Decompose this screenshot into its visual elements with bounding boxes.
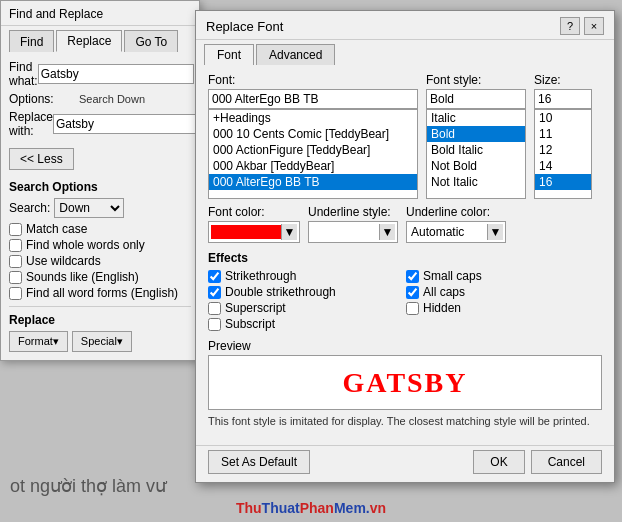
background-text: ot người thợ làm vư [10, 475, 166, 497]
find-what-input[interactable] [38, 64, 194, 84]
preview-box: GATSBY [208, 355, 602, 410]
double-strikethrough-checkbox[interactable] [208, 286, 221, 299]
search-row: Search: Down Up All [9, 198, 191, 218]
underline-color-label: Underline color: [406, 205, 506, 219]
replace-with-input[interactable] [53, 114, 209, 134]
cancel-button[interactable]: Cancel [531, 450, 602, 474]
list-item[interactable]: Not Bold [427, 158, 525, 174]
small-caps-checkbox[interactable] [406, 270, 419, 283]
size-label: Size: [534, 73, 592, 87]
find-what-label: Find what: [9, 60, 38, 88]
list-item[interactable]: 10 [535, 110, 591, 126]
search-select[interactable]: Down Up All [54, 198, 124, 218]
checkbox-whole-words: Find whole words only [9, 238, 191, 252]
replace-section: Replace Format▾ Special▾ [9, 306, 191, 352]
less-button[interactable]: << Less [9, 148, 74, 170]
effects-label: Effects [208, 251, 602, 265]
search-options-label: Search Options [9, 180, 191, 194]
sounds-like-checkbox[interactable] [9, 271, 22, 284]
list-item[interactable]: 000 ActionFigure [TeddyBear] [209, 142, 417, 158]
superscript-checkbox[interactable] [208, 302, 221, 315]
all-word-forms-label: Find all word forms (English) [26, 286, 178, 300]
wildcards-checkbox[interactable] [9, 255, 22, 268]
tab-advanced[interactable]: Advanced [256, 44, 335, 65]
checkbox-sounds-like: Sounds like (English) [9, 270, 191, 284]
match-case-label: Match case [26, 222, 87, 236]
underline-color-arrow[interactable]: ▼ [487, 224, 503, 240]
font-size-col: Size: 10 11 12 14 16 [534, 73, 592, 199]
font-name-input[interactable] [208, 89, 418, 109]
effect-double-strikethrough: Double strikethrough [208, 285, 404, 299]
list-item-selected[interactable]: Bold [427, 126, 525, 142]
font-name-list[interactable]: +Headings 000 10 Cents Comic [TeddyBear]… [208, 109, 418, 199]
list-item[interactable]: 000 Akbar [TeddyBear] [209, 158, 417, 174]
tab-goto[interactable]: Go To [124, 30, 178, 52]
effect-small-caps: Small caps [406, 269, 602, 283]
ok-button[interactable]: OK [473, 450, 524, 474]
font-style-label: Font style: [426, 73, 526, 87]
format-button[interactable]: Format▾ [9, 331, 68, 352]
special-button[interactable]: Special▾ [72, 331, 132, 352]
list-item[interactable]: Italic [427, 110, 525, 126]
tab-font[interactable]: Font [204, 44, 254, 65]
underline-style-label: Underline style: [308, 205, 398, 219]
all-word-forms-checkbox[interactable] [9, 287, 22, 300]
list-item[interactable]: 12 [535, 142, 591, 158]
effect-subscript: Subscript [208, 317, 404, 331]
underline-color-col: Underline color: Automatic ▼ [406, 205, 506, 243]
set-as-default-button[interactable]: Set As Default [208, 450, 310, 474]
color-swatch [211, 225, 281, 239]
font-color-selector[interactable]: ▼ [208, 221, 300, 243]
preview-label: Preview [208, 339, 602, 353]
font-label: Font: [208, 73, 418, 87]
color-dropdown-arrow[interactable]: ▼ [281, 224, 297, 240]
underline-style-selector[interactable]: ▼ [308, 221, 398, 243]
effects-grid: Strikethrough Small caps Double striketh… [208, 269, 602, 331]
list-item-selected[interactable]: 16 [535, 174, 591, 190]
find-replace-tabs: Find Replace Go To [1, 26, 199, 52]
subscript-checkbox[interactable] [208, 318, 221, 331]
replace-buttons: Format▾ Special▾ [9, 331, 191, 352]
small-caps-label: Small caps [423, 269, 482, 283]
options-value: Search Down [79, 93, 145, 105]
help-button[interactable]: ? [560, 17, 580, 35]
strikethrough-checkbox[interactable] [208, 270, 221, 283]
underline-color-selector[interactable]: Automatic ▼ [406, 221, 506, 243]
list-item[interactable]: Not Italic [427, 174, 525, 190]
watermark: ThuThuatPhanMem.vn [236, 500, 386, 516]
hidden-label: Hidden [423, 301, 461, 315]
size-list[interactable]: 10 11 12 14 16 [534, 109, 592, 199]
effect-strikethrough: Strikethrough [208, 269, 404, 283]
find-replace-title: Find and Replace [9, 7, 103, 21]
font-style-list[interactable]: Italic Bold Bold Italic Not Bold Not Ita… [426, 109, 526, 199]
tab-replace[interactable]: Replace [56, 30, 122, 52]
list-item-selected[interactable]: 000 AlterEgo BB TB [209, 174, 417, 190]
font-lists: Font: +Headings 000 10 Cents Comic [Tedd… [208, 73, 602, 199]
dialog-body: Font: +Headings 000 10 Cents Comic [Tedd… [196, 65, 614, 445]
list-item[interactable]: 11 [535, 126, 591, 142]
tab-find[interactable]: Find [9, 30, 54, 52]
font-style-input[interactable] [426, 89, 526, 109]
size-input[interactable] [534, 89, 592, 109]
list-item[interactable]: 14 [535, 158, 591, 174]
underline-style-arrow[interactable]: ▼ [379, 224, 395, 240]
all-caps-label: All caps [423, 285, 465, 299]
font-name-col: Font: +Headings 000 10 Cents Comic [Tedd… [208, 73, 418, 199]
whole-words-label: Find whole words only [26, 238, 145, 252]
list-item[interactable]: Bold Italic [427, 142, 525, 158]
list-item[interactable]: 000 10 Cents Comic [TeddyBear] [209, 126, 417, 142]
underline-style-col: Underline style: ▼ [308, 205, 398, 243]
replace-font-dialog: Replace Font ? × Font Advanced Font: +He… [195, 10, 615, 483]
font-style-col: Font style: Italic Bold Bold Italic Not … [426, 73, 526, 199]
checkbox-all-word-forms: Find all word forms (English) [9, 286, 191, 300]
list-item[interactable]: +Headings [209, 110, 417, 126]
match-case-checkbox[interactable] [9, 223, 22, 236]
whole-words-checkbox[interactable] [9, 239, 22, 252]
close-button[interactable]: × [584, 17, 604, 35]
all-caps-checkbox[interactable] [406, 286, 419, 299]
footer-right-buttons: OK Cancel [473, 450, 602, 474]
options-row: Options: Search Down [9, 92, 191, 106]
dialog-titlebar: Replace Font ? × [196, 11, 614, 40]
find-replace-titlebar: Find and Replace [1, 1, 199, 26]
hidden-checkbox[interactable] [406, 302, 419, 315]
